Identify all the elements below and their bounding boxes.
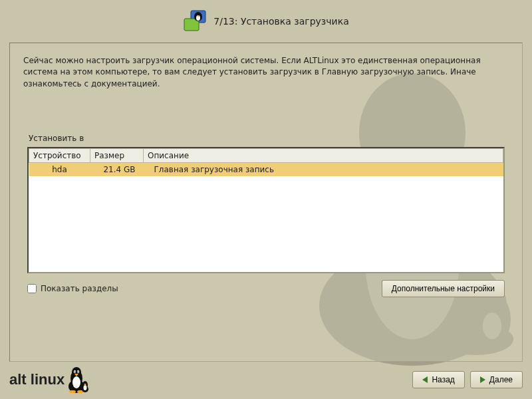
back-button[interactable]: Назад (412, 371, 464, 388)
penguin-icon (67, 366, 91, 393)
next-button[interactable]: Далее (470, 371, 523, 388)
brand-logo: alt linux (9, 366, 91, 393)
table-row[interactable]: hda 21.4 GB Главная загрузочная запись (29, 163, 503, 177)
footer: alt linux Назад (9, 366, 523, 394)
col-header-device[interactable]: Устройство (29, 149, 90, 163)
show-partitions-label: Показать разделы (41, 284, 118, 293)
step-title: 7/13: Установка загрузчика (213, 16, 348, 27)
installer-step-icon (183, 9, 207, 33)
advanced-settings-button[interactable]: Дополнительные настройки (382, 280, 505, 297)
device-table[interactable]: Устройство Размер Описание hda 21.4 GB Г… (27, 147, 505, 273)
show-partitions-input[interactable] (27, 284, 37, 293)
cell-size: 21.4 GB (90, 163, 144, 177)
cell-device: hda (29, 163, 90, 177)
svg-point-20 (78, 372, 79, 373)
install-in-label: Установить в (29, 134, 505, 143)
svg-point-22 (69, 390, 76, 393)
main-panel: Сейчас можно настроить загрузчик операци… (9, 43, 523, 362)
col-header-desc[interactable]: Описание (144, 149, 503, 163)
arrow-right-icon (480, 376, 485, 383)
show-partitions-checkbox[interactable]: Показать разделы (27, 284, 118, 293)
intro-text: Сейчас можно настроить загрузчик операци… (23, 55, 509, 90)
brand-text: alt linux (9, 371, 65, 388)
svg-point-26 (84, 385, 87, 390)
col-header-size[interactable]: Размер (90, 149, 144, 163)
cell-desc: Главная загрузочная запись (144, 163, 503, 177)
svg-point-16 (72, 376, 80, 388)
arrow-left-icon (422, 376, 428, 383)
header: 7/13: Установка загрузчика (0, 0, 532, 43)
svg-point-19 (74, 372, 76, 373)
